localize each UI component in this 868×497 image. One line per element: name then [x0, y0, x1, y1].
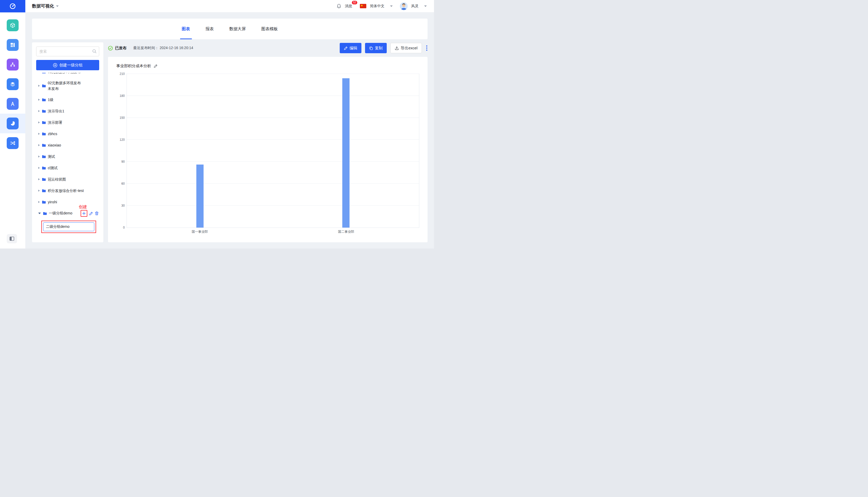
- pencil-icon: [89, 212, 93, 215]
- export-excel-button[interactable]: 导出excel: [390, 43, 422, 53]
- tab-charts[interactable]: 图表: [182, 18, 190, 39]
- tree-item[interactable]: cl测试: [36, 162, 99, 174]
- y-tick-label: 0: [115, 226, 125, 229]
- tree-item-label: cl测试: [48, 165, 58, 171]
- trash-icon: [95, 211, 99, 215]
- create-group-button[interactable]: 创建一级分组: [36, 60, 99, 70]
- dashboard-app-icon: [7, 39, 18, 51]
- folder-icon: [42, 98, 46, 101]
- shuffle-app-icon: [7, 137, 18, 149]
- search-input[interactable]: [36, 46, 99, 56]
- user-chevron-down-icon[interactable]: [424, 5, 427, 7]
- caret-right-icon[interactable]: [38, 144, 40, 146]
- caret-right-icon[interactable]: [38, 156, 40, 158]
- tabs-bar: 图表 报表 数据大屏 图表模板: [32, 18, 428, 39]
- subgroup-name-input[interactable]: [43, 223, 94, 231]
- group-tree-panel: 创建一级分组 01元数据多环境发布 02元数据多环境发布 未发布: [32, 42, 103, 242]
- x-category-label: 国二事业部: [273, 230, 419, 234]
- user-avatar[interactable]: [400, 2, 408, 10]
- tree-item[interactable]: 积分发放综合分析-test: [36, 185, 99, 196]
- tree-item[interactable]: yinshi: [36, 196, 99, 208]
- messages-badge: 52: [352, 1, 357, 4]
- check-circle-icon: [108, 46, 113, 51]
- rail-item-shuffle[interactable]: [0, 133, 25, 153]
- caret-right-icon[interactable]: [38, 110, 40, 112]
- y-tick-label: 210: [115, 72, 125, 76]
- tree-item-label: xiaoxiao: [48, 142, 61, 148]
- rail-item-charts-active[interactable]: [0, 114, 25, 133]
- tree-item[interactable]: 测试: [36, 151, 99, 162]
- tree-item[interactable]: zbhcs: [36, 128, 99, 140]
- tree-item-active-group[interactable]: 一级分组demo 创建: [36, 208, 99, 219]
- chart-plot: 0306090120150180210: [127, 74, 419, 228]
- add-subgroup-icon[interactable]: [82, 212, 86, 215]
- gridline: [127, 161, 419, 162]
- create-group-label: 创建一级分组: [59, 63, 83, 68]
- tree-item-label: zbhcs: [48, 131, 57, 137]
- annotation-box-input: [41, 221, 96, 233]
- tree-item-label: 演示部署: [48, 119, 62, 125]
- tab-chart-templates[interactable]: 图表模板: [261, 18, 278, 39]
- copy-button[interactable]: 复制: [365, 43, 387, 53]
- tree-item-label: 测试: [48, 154, 55, 159]
- collapse-panel-button[interactable]: [7, 234, 17, 243]
- circle-plus-icon: [53, 63, 57, 68]
- subgroup-input-row: [36, 219, 99, 233]
- messages-item[interactable]: 消息 52: [345, 4, 352, 9]
- language-chevron-down-icon[interactable]: [390, 5, 393, 7]
- status-badge: 已发布: [115, 46, 127, 51]
- x-axis-labels: 国一事业部国二事业部: [127, 228, 419, 236]
- caret-right-icon[interactable]: [38, 201, 40, 203]
- search-box: [36, 46, 99, 56]
- collapse-panel-icon: [10, 237, 14, 241]
- rail-item-org[interactable]: [0, 55, 25, 74]
- rail-item-cube[interactable]: [0, 15, 25, 35]
- layers-app-icon: [7, 78, 18, 90]
- bar-chart: 0306090120150180210 国一事业部国二事业部: [116, 74, 419, 236]
- folder-icon: [42, 144, 46, 147]
- tab-reports[interactable]: 报表: [205, 18, 214, 39]
- tree-item[interactable]: 01元数据多环境发布: [36, 73, 99, 77]
- edit-title-icon[interactable]: [154, 64, 158, 68]
- caret-down-icon[interactable]: [38, 213, 41, 214]
- tree-item[interactable]: 1级: [36, 94, 99, 105]
- gridline: [127, 183, 419, 184]
- caret-right-icon[interactable]: [38, 178, 40, 180]
- app-rail: [0, 12, 25, 248]
- caret-right-icon[interactable]: [38, 85, 40, 87]
- edit-button[interactable]: 编辑: [340, 43, 361, 53]
- caret-right-icon[interactable]: [38, 189, 40, 192]
- username-label[interactable]: 风灵: [411, 4, 418, 9]
- tree-item-sublabel: 未发布: [48, 86, 81, 91]
- rail-item-dashboard[interactable]: [0, 35, 25, 55]
- bell-icon[interactable]: [337, 4, 341, 9]
- tree-item[interactable]: 冠云柱状图: [36, 174, 99, 185]
- caret-right-icon[interactable]: [38, 133, 40, 135]
- tree-item[interactable]: 演示导出1: [36, 105, 99, 117]
- tree-item[interactable]: 演示部署: [36, 117, 99, 128]
- y-tick-label: 180: [115, 94, 125, 98]
- top-header: 数据可视化 消息 52 简体中文: [0, 0, 434, 12]
- bar-国一事业部: [196, 165, 203, 228]
- folder-icon: [42, 200, 46, 204]
- caret-right-icon[interactable]: [38, 167, 40, 169]
- tab-data-screen[interactable]: 数据大屏: [229, 18, 246, 39]
- y-tick-label: 60: [115, 182, 125, 185]
- rail-item-ai[interactable]: [0, 94, 25, 114]
- edit-group-button[interactable]: [89, 212, 93, 215]
- more-actions-button[interactable]: [426, 45, 428, 51]
- y-tick-label: 120: [115, 138, 125, 142]
- header-right: 消息 52 简体中文 风灵: [337, 2, 434, 10]
- rail-item-layers[interactable]: [0, 74, 25, 94]
- language-selector[interactable]: 简体中文: [370, 4, 384, 9]
- tree-item[interactable]: xiaoxiao: [36, 140, 99, 151]
- caret-right-icon[interactable]: [38, 99, 40, 101]
- folder-icon: [42, 84, 46, 88]
- pencil-icon: [344, 46, 348, 50]
- tree-item[interactable]: 02元数据多环境发布 未发布: [36, 77, 99, 94]
- title-chevron-down-icon[interactable]: [56, 5, 59, 7]
- tree-item-label: 02元数据多环境发布: [48, 80, 81, 86]
- app-logo[interactable]: [0, 0, 25, 12]
- delete-group-button[interactable]: [95, 211, 99, 215]
- caret-right-icon[interactable]: [38, 122, 40, 124]
